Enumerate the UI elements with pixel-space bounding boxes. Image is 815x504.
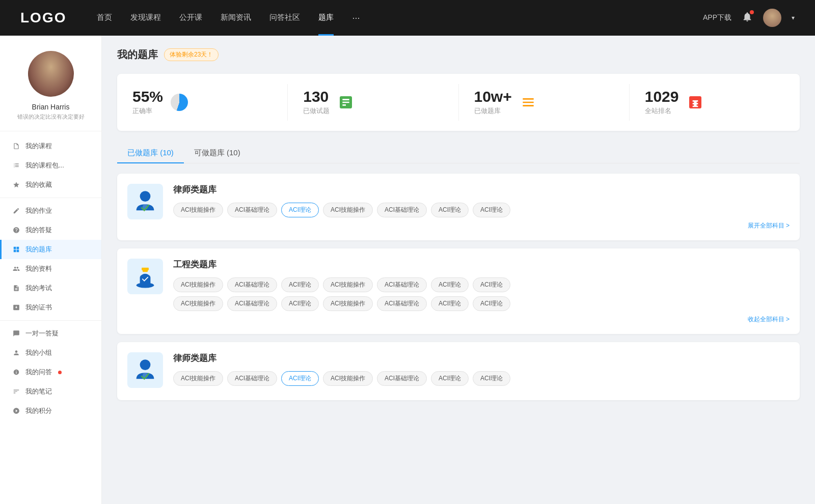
- grid-icon: [12, 245, 20, 254]
- sidebar-item-my-course-label: 我的课程: [25, 142, 52, 151]
- expand-link-1[interactable]: 展开全部科目 >: [173, 221, 790, 230]
- stat-done-questions-label: 已做试题: [303, 106, 330, 116]
- notification-bell[interactable]: [742, 11, 753, 24]
- sidebar-avatar-image: [28, 51, 74, 97]
- tag-eng-1-5[interactable]: ACI理论: [431, 296, 469, 311]
- tag-lawyer-2-5[interactable]: ACI理论: [431, 371, 469, 386]
- sidebar-item-certificate[interactable]: 我的证书: [0, 298, 101, 317]
- sidebar-profile: Brian Harris 错误的决定比没有决定要好: [0, 51, 101, 131]
- tag-lawyer-2-4[interactable]: ACI基础理论: [377, 371, 427, 386]
- question-bank-tabs: 已做题库 (10) 可做题库 (10): [117, 143, 800, 163]
- stat-done-banks-label: 已做题库: [474, 106, 512, 116]
- sidebar-divider-2: [0, 320, 101, 321]
- nav-news[interactable]: 新闻资讯: [221, 13, 251, 23]
- app-download-link[interactable]: APP下载: [703, 13, 731, 22]
- points-icon: [12, 407, 20, 415]
- tag-eng-0-4[interactable]: ACI基础理论: [377, 277, 427, 292]
- stat-done-banks: 10w+ 已做题库: [459, 84, 630, 121]
- nav-menu: 首页 发现课程 公开课 新闻资讯 问答社区 题库 ···: [97, 13, 703, 23]
- stat-done-questions-text: 130 已做试题: [303, 89, 330, 116]
- stat-ranking-text: 1029 全站排名: [645, 89, 679, 116]
- sidebar-item-course-package[interactable]: 我的课程包...: [0, 156, 101, 175]
- user-avatar[interactable]: [763, 9, 781, 27]
- tag-lawyer-1-6[interactable]: ACI理论: [473, 203, 510, 217]
- tag-lawyer-1-2[interactable]: ACI理论: [281, 203, 319, 217]
- sidebar-item-homework[interactable]: 我的作业: [0, 201, 101, 220]
- sidebar-item-qa-label: 我的问答: [25, 368, 52, 377]
- sidebar-item-certificate-label: 我的证书: [25, 303, 52, 312]
- bank-card-engineer-body: 工程类题库 ACI技能操作 ACI基础理论 ACI理论 ACI技能操作 ACI基…: [173, 259, 790, 324]
- page-title: 我的题库: [117, 48, 158, 62]
- sidebar-item-points[interactable]: 我的积分: [0, 401, 101, 421]
- sidebar-item-exam[interactable]: 我的考试: [0, 278, 101, 298]
- sidebar: Brian Harris 错误的决定比没有决定要好 我的课程 我的课程包...: [0, 36, 102, 504]
- tab-done-label: 已做题库 (10): [127, 148, 174, 157]
- sidebar-item-my-qa-label: 我的答疑: [25, 226, 52, 235]
- tag-lawyer-1-3[interactable]: ACI技能操作: [323, 203, 373, 217]
- sidebar-item-notes[interactable]: 我的笔记: [0, 382, 101, 401]
- tag-lawyer-1-5[interactable]: ACI理论: [431, 203, 469, 217]
- sidebar-item-group-label: 我的小组: [25, 348, 52, 357]
- nav-question-bank[interactable]: 题库: [318, 13, 334, 23]
- qa-notification-dot: [58, 371, 62, 374]
- stat-done-questions: 130 已做试题: [288, 84, 458, 121]
- tab-done[interactable]: 已做题库 (10): [117, 143, 184, 163]
- pie-chart: [171, 94, 188, 111]
- tag-eng-1-3[interactable]: ACI技能操作: [323, 296, 373, 311]
- main-content: 我的题库 体验剩余23天！ 55% 正确率 130 已做试题: [102, 36, 815, 504]
- nav-qa[interactable]: 问答社区: [269, 13, 300, 23]
- stat-accuracy-text: 55% 正确率: [132, 89, 163, 116]
- tag-lawyer-2-3[interactable]: ACI技能操作: [323, 371, 373, 386]
- sidebar-item-question-bank[interactable]: 我的题库: [0, 240, 101, 259]
- tag-eng-0-1[interactable]: ACI基础理论: [227, 277, 277, 292]
- trial-badge: 体验剩余23天！: [164, 48, 219, 61]
- tag-eng-1-0[interactable]: ACI技能操作: [173, 296, 223, 311]
- tag-lawyer-1-0[interactable]: ACI技能操作: [173, 203, 223, 217]
- tag-lawyer-1-1[interactable]: ACI基础理论: [227, 203, 277, 217]
- tag-eng-0-6[interactable]: ACI理论: [473, 277, 510, 292]
- tag-eng-0-5[interactable]: ACI理论: [431, 277, 469, 292]
- sidebar-item-collection[interactable]: 我的收藏: [0, 175, 101, 194]
- sidebar-item-materials[interactable]: 我的资料: [0, 259, 101, 278]
- tag-eng-0-3[interactable]: ACI技能操作: [323, 277, 373, 292]
- navbar-right: APP下载 ▾: [703, 9, 795, 27]
- doc-icon: [12, 284, 20, 292]
- nav-more[interactable]: ···: [352, 13, 360, 23]
- tab-available[interactable]: 可做题库 (10): [184, 143, 251, 163]
- sidebar-item-my-course[interactable]: 我的课程: [0, 136, 101, 156]
- sidebar-item-exam-label: 我的考试: [25, 284, 52, 293]
- cert-icon: [12, 303, 20, 312]
- tag-eng-1-1[interactable]: ACI基础理论: [227, 296, 277, 311]
- sidebar-item-my-qa[interactable]: 我的答疑: [0, 220, 101, 240]
- page-header: 我的题库 体验剩余23天！: [117, 48, 800, 62]
- tag-eng-1-4[interactable]: ACI基础理论: [377, 296, 427, 311]
- nav-open-course[interactable]: 公开课: [179, 13, 202, 23]
- tag-lawyer-1-4[interactable]: ACI基础理论: [377, 203, 427, 217]
- avatar-chevron[interactable]: ▾: [792, 14, 795, 21]
- sidebar-menu: 我的课程 我的课程包... 我的收藏: [0, 136, 101, 421]
- sidebar-item-group[interactable]: 我的小组: [0, 343, 101, 362]
- stat-accuracy: 55% 正确率: [117, 84, 288, 121]
- sidebar-item-1v1-qa[interactable]: 一对一答疑: [0, 324, 101, 343]
- tag-lawyer-2-2[interactable]: ACI理论: [281, 371, 319, 386]
- navbar: LOGO 首页 发现课程 公开课 新闻资讯 问答社区 题库 ··· APP下载 …: [0, 0, 815, 36]
- tag-eng-1-6[interactable]: ACI理论: [473, 296, 510, 311]
- bank-card-lawyer-title-1: 律师类题库: [173, 184, 790, 195]
- tag-eng-0-0[interactable]: ACI技能操作: [173, 277, 223, 292]
- tag-lawyer-2-1[interactable]: ACI基础理论: [227, 371, 277, 386]
- stat-done-questions-value: 130: [303, 89, 330, 104]
- logo[interactable]: LOGO: [20, 10, 66, 26]
- tag-eng-0-2[interactable]: ACI理论: [281, 277, 319, 292]
- bank-card-lawyer-tags-1: ACI技能操作 ACI基础理论 ACI理论 ACI技能操作 ACI基础理论 AC…: [173, 203, 790, 217]
- nav-discover[interactable]: 发现课程: [130, 13, 161, 23]
- tag-eng-1-2[interactable]: ACI理论: [281, 296, 319, 311]
- sidebar-item-materials-label: 我的资料: [25, 264, 52, 273]
- nav-home[interactable]: 首页: [97, 13, 112, 23]
- collapse-link[interactable]: 收起全部科目 >: [173, 315, 790, 324]
- sidebar-item-qa[interactable]: 我的问答: [0, 362, 101, 382]
- bank-card-lawyer-icon-2: [127, 352, 163, 388]
- tag-lawyer-2-6[interactable]: ACI理论: [473, 371, 510, 386]
- bank-card-lawyer-1: 律师类题库 ACI技能操作 ACI基础理论 ACI理论 ACI技能操作 ACI基…: [117, 174, 800, 240]
- qa-icon: [12, 368, 20, 376]
- tag-lawyer-2-0[interactable]: ACI技能操作: [173, 371, 223, 386]
